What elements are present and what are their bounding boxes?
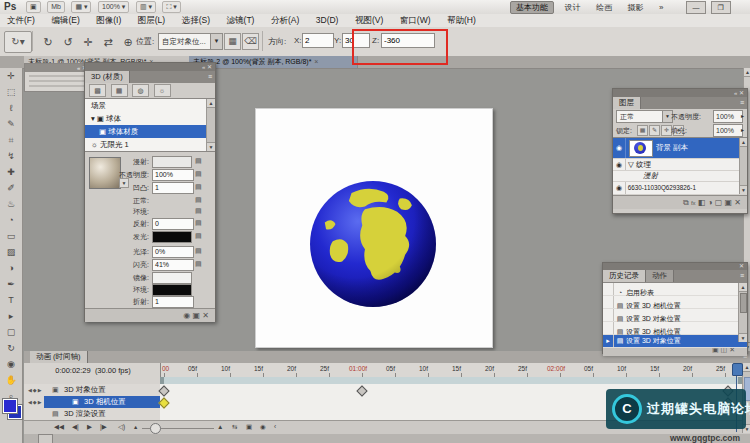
crop-tool-icon[interactable]: ⌗ [0,132,22,148]
layer-row-textures[interactable]: ◉ ▽ 纹理 [613,159,747,171]
eye-icon[interactable]: ◉ [613,159,626,170]
menu-image[interactable]: 图像(I) [89,14,128,27]
next-frame-icon[interactable]: |▶ [100,423,107,431]
toggle-visibility-icon[interactable]: ◉ [183,311,190,320]
texture-icon[interactable]: ▤ [195,170,202,178]
menu-file[interactable]: 文件(F) [0,14,42,27]
filter-mesh-icon[interactable]: ▦ [111,84,128,97]
collapse-icon[interactable]: « [77,65,80,71]
history-source-checkbox[interactable] [603,296,614,308]
filter-materials-icon[interactable]: ◍ [132,84,149,97]
gloss-field[interactable]: 0% [152,246,194,258]
collapsed-panel-dock[interactable]: « ✕ [24,63,90,92]
tab-layers[interactable]: 图层 [613,97,641,109]
heal-tool-icon[interactable]: ✚ [0,164,22,180]
menu-filter[interactable]: 滤镜(T) [220,14,262,27]
audio-toggle-icon[interactable]: ◁) [118,423,125,431]
texture-icon[interactable]: ▤ [195,157,202,165]
history-source-checkbox[interactable]: ▸ [603,335,614,347]
scroll-thumb[interactable] [740,293,747,313]
panel-menu-icon[interactable]: ≡ [740,99,744,106]
dodge-tool-icon[interactable]: ◑ [0,260,22,276]
3d-pan-mode-icon[interactable]: ✛ [78,32,98,52]
menu-edit[interactable]: 编辑(E) [44,14,86,27]
view-extras-icon[interactable]: ▦ ▾ [71,1,91,13]
scroll-up-icon[interactable]: ▲ [743,363,750,372]
tab-animation-timeline[interactable]: 动画 (时间轴) [30,351,88,363]
delete-position-button[interactable]: ⌫ [242,33,259,50]
brush-tool-icon[interactable]: ✐ [0,180,22,196]
history-item[interactable]: ▤设置 3D 相机位置 [603,322,747,335]
timeline-ruler[interactable]: 00 05f 10f 15f 20f 25f 01:00f 05f 10f 15… [160,363,743,378]
delete-layer-icon[interactable]: ✕ [734,198,741,207]
pen-tool-icon[interactable]: ✒ [0,276,22,292]
layer-row-background-copy[interactable]: ◉背景 副本▣ [613,138,747,159]
adjustment-layer-icon[interactable]: ◑ [708,198,713,207]
quick-select-tool-icon[interactable]: ✎ [0,116,22,132]
playhead[interactable] [732,363,743,376]
layer-mask-icon[interactable]: ◧ [698,198,706,207]
opacity-value[interactable]: 100% [713,110,743,123]
play-icon[interactable]: ▶ [87,423,92,431]
new-group-icon[interactable]: ▢ [715,198,723,207]
panel-resize-box[interactable] [38,434,53,443]
3d-slide-mode-icon[interactable]: ⇄ [98,32,118,52]
scroll-up-icon[interactable]: ▲ [744,68,750,77]
history-item-selected[interactable]: ▸▤设置 3D 对象位置 [603,335,747,348]
menu-help[interactable]: 帮助(H) [440,14,483,27]
scrollbar[interactable]: ▲ ▼ [206,99,215,151]
texture-icon[interactable]: ▤ [195,183,202,191]
previous-frame-icon[interactable]: ◀| [72,423,79,431]
type-tool-icon[interactable]: T [0,292,22,308]
move-tool-icon[interactable]: ✛ [0,68,22,84]
filter-lights-icon[interactable]: ☼ [154,84,171,97]
link-layers-icon[interactable]: ⧉ [683,198,689,207]
scroll-down-icon[interactable]: ▼ [740,185,747,194]
refraction-field[interactable]: 1 [152,296,194,308]
menu-select[interactable]: 选择(S) [175,14,217,27]
scroll-down-icon[interactable]: ▼ [739,333,747,342]
keyframe-nav-icons[interactable]: ◀◆▶ [28,396,43,408]
tree-item-sphere-material-selected[interactable]: ▣ 球体材质 [85,125,215,138]
layer-style-icon[interactable]: fx [691,200,696,206]
panel-menu-icon[interactable]: ≡ [208,73,212,80]
chevron-icon[interactable]: ▸ [741,112,744,119]
texture-icon[interactable]: ▤ [195,196,202,204]
texture-icon[interactable]: ▤ [195,207,202,215]
workspace-essentials[interactable]: 基本功能 [510,1,554,14]
lock-pixels-icon[interactable]: ✎ [649,125,660,136]
arrange-documents-icon[interactable]: ▥ ▾ [136,1,156,13]
work-area-start-handle[interactable] [160,377,164,384]
reflection-field[interactable]: 0 [152,218,194,230]
shininess-field[interactable]: 41% [152,259,194,271]
stamp-tool-icon[interactable]: ♨ [0,196,22,212]
menu-layer[interactable]: 图层(L) [131,14,172,27]
workspace-painting[interactable]: 绘画 [591,2,617,13]
workspace-design[interactable]: 设计 [560,2,586,13]
history-item[interactable]: ▤设置 3D 对象位置 [603,309,747,322]
history-source-checkbox[interactable] [603,322,614,334]
blend-mode-dropdown[interactable]: 正常▼ [616,110,673,123]
zoom-out-timeline-icon[interactable]: ▴ [134,423,137,431]
diffuse-swatch[interactable] [152,156,192,168]
zoom-level-dropdown[interactable]: 100% ▾ [98,1,129,13]
toggle-onion-skins-icon[interactable]: ⇆ [232,423,237,431]
layer-row-texture-file[interactable]: ◉ 6630-11030Q6293826-1 [613,182,747,195]
chevron-icon[interactable]: ▸ [741,126,744,133]
lasso-tool-icon[interactable]: ℓ [0,100,22,116]
3d-globe-object[interactable] [306,177,440,311]
filter-scene-icon[interactable]: ▩ [89,84,106,97]
close-icon[interactable]: ✕ [739,90,744,96]
eye-icon[interactable]: ◉ [613,182,626,194]
workspace-more-chevron[interactable]: » [654,2,668,13]
minimize-button[interactable]: — [686,1,706,14]
menu-3d[interactable]: 3D(D) [309,14,346,25]
fill-value[interactable]: 100% [713,124,743,137]
texture-icon[interactable]: ▤ [195,219,202,227]
3d-roll-mode-icon[interactable]: ↺ [58,32,78,52]
scroll-up-icon[interactable]: ▲ [207,99,215,108]
menu-view[interactable]: 视图(V) [348,14,390,27]
gradient-tool-icon[interactable]: ▨ [0,244,22,260]
save-position-button[interactable]: ▦ [224,33,241,50]
scroll-up-icon[interactable]: ▲ [739,283,747,292]
